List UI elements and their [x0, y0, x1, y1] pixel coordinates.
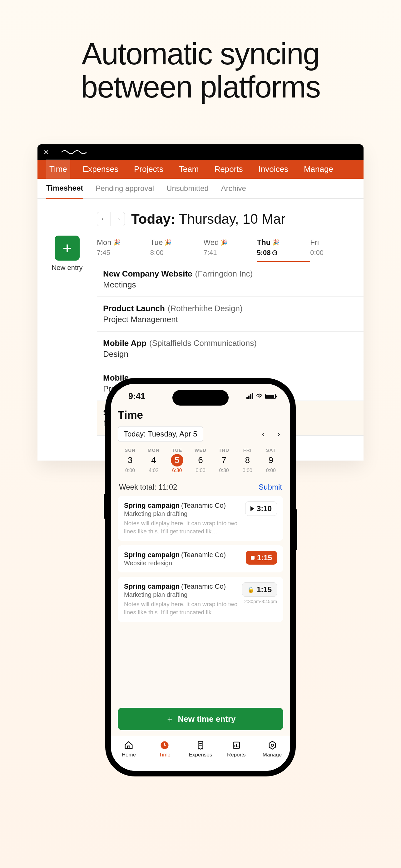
nav-expenses[interactable]: Expenses — [80, 159, 122, 179]
submit-button[interactable]: Submit — [259, 483, 282, 492]
stop-icon — [251, 556, 255, 560]
day-sun[interactable]: SUN30:00 — [119, 447, 142, 473]
locked-timer-chip: 🔒1:15 — [242, 582, 277, 597]
day-fri[interactable]: FRI80:00 — [236, 447, 259, 473]
prev-week-button[interactable]: ‹ — [262, 429, 265, 439]
confetti-icon: 🎉 — [221, 239, 228, 246]
status-time: 9:41 — [128, 392, 145, 401]
nav-projects[interactable]: Projects — [131, 159, 166, 179]
time-entry-card[interactable]: Spring campaign (Teanamic Co) Marketing … — [118, 496, 283, 541]
time-entry-card[interactable]: Spring campaign (Teanamic Co) Marketing … — [118, 577, 283, 622]
date-header: ← → Today: Thursday, 10 Mar — [37, 199, 364, 236]
secondary-nav: Timesheet Pending approval Unsubmitted A… — [37, 179, 364, 199]
stop-timer-button[interactable]: 1:15 — [246, 551, 277, 565]
tab-time[interactable]: Time — [147, 740, 183, 771]
phone-week-row: SUN30:00 MON44:02 TUE56:30 WED60:00 THU7… — [118, 446, 283, 477]
close-icon[interactable]: × — [44, 148, 49, 157]
day-wed[interactable]: WED60:00 — [189, 447, 212, 473]
day-sat[interactable]: SAT90:00 — [259, 447, 282, 473]
screen-title: Time — [118, 409, 283, 421]
date-nav-arrows: ← → — [97, 212, 125, 226]
time-entry-card[interactable]: Spring campaign (Teanamic Co) Website re… — [118, 545, 283, 572]
battery-icon — [265, 394, 276, 399]
confetti-icon: 🎉 — [113, 239, 120, 246]
next-week-button[interactable]: › — [277, 429, 280, 439]
timesheet-entry[interactable]: New Company Website (Farringdon Inc) Mee… — [97, 262, 364, 297]
receipt-icon — [196, 741, 205, 750]
signal-icon — [246, 393, 253, 399]
svg-marker-2 — [269, 741, 275, 749]
day-tue[interactable]: Tue 🎉 8:00 — [150, 236, 204, 262]
svg-point-3 — [271, 744, 274, 746]
lock-icon: 🔒 — [247, 586, 254, 593]
day-tue[interactable]: TUE56:30 — [165, 447, 189, 473]
week-total-label: Week total: 11:02 — [119, 483, 177, 492]
squiggle-icon — [62, 149, 87, 155]
confetti-icon: 🎉 — [165, 239, 171, 246]
day-mon[interactable]: MON44:02 — [142, 447, 165, 473]
tab-archive[interactable]: Archive — [221, 178, 246, 198]
tab-manage[interactable]: Manage — [254, 740, 290, 771]
timesheet-entry[interactable]: Mobile App (Spitalfields Communications)… — [97, 332, 364, 366]
current-date: Today: Thursday, 10 Mar — [131, 211, 286, 227]
new-entry-label: New entry — [37, 264, 97, 272]
nav-team[interactable]: Team — [176, 159, 202, 179]
nav-manage[interactable]: Manage — [301, 159, 336, 179]
timesheet-entry[interactable]: Product Launch (Rotherhithe Design) Proj… — [97, 297, 364, 332]
tab-reports[interactable]: Reports — [218, 740, 254, 771]
confetti-icon: 🎉 — [272, 239, 279, 246]
time-range: 2:30pm-3:45pm — [244, 599, 277, 604]
new-entry-button[interactable]: + — [55, 236, 80, 260]
next-day-button[interactable]: → — [111, 212, 125, 226]
gear-icon — [268, 741, 277, 750]
tab-timesheet[interactable]: Timesheet — [46, 178, 83, 199]
wifi-icon — [256, 393, 263, 400]
prev-day-button[interactable]: ← — [97, 212, 111, 226]
clock-icon — [272, 250, 277, 255]
day-thu[interactable]: Thu 🎉 5:08 — [257, 236, 310, 262]
day-thu[interactable]: THU70:30 — [212, 447, 236, 473]
phone-notch — [172, 390, 229, 406]
nav-invoices[interactable]: Invoices — [256, 159, 291, 179]
tab-bar: Home Time Expenses Reports Manage — [111, 736, 290, 771]
day-wed[interactable]: Wed 🎉 7:41 — [204, 236, 257, 262]
new-time-entry-button[interactable]: ＋ New time entry — [118, 708, 283, 730]
clock-icon — [160, 741, 169, 750]
week-row: Mon 🎉 7:45 Tue 🎉 8:00 Wed 🎉 7:41 Thu 🎉 5… — [97, 236, 364, 262]
tab-expenses[interactable]: Expenses — [183, 740, 219, 771]
tab-unsubmitted[interactable]: Unsubmitted — [166, 178, 209, 198]
tab-pending[interactable]: Pending approval — [96, 178, 154, 198]
home-icon — [124, 741, 133, 750]
primary-nav: Time Expenses Projects Team Reports Invo… — [37, 160, 364, 179]
date-selector[interactable]: Today: Tuesday, Apr 5 — [118, 426, 203, 442]
play-timer-button[interactable]: 3:10 — [245, 501, 277, 516]
tab-home[interactable]: Home — [111, 740, 147, 771]
divider — [55, 148, 55, 156]
plus-icon: ＋ — [166, 713, 174, 725]
nav-reports[interactable]: Reports — [211, 159, 246, 179]
bar-chart-icon — [232, 741, 241, 750]
day-fri[interactable]: Fri 0:00 — [310, 236, 364, 262]
play-icon — [250, 506, 254, 511]
window-titlebar: × — [37, 144, 364, 160]
phone-mockup: 9:41 Time Today: Tuesday, Apr 5 ‹ › — [105, 378, 296, 776]
hero-title: Automatic syncingbetween platforms — [37, 0, 364, 104]
nav-time[interactable]: Time — [46, 159, 70, 179]
day-mon[interactable]: Mon 🎉 7:45 — [97, 236, 150, 262]
